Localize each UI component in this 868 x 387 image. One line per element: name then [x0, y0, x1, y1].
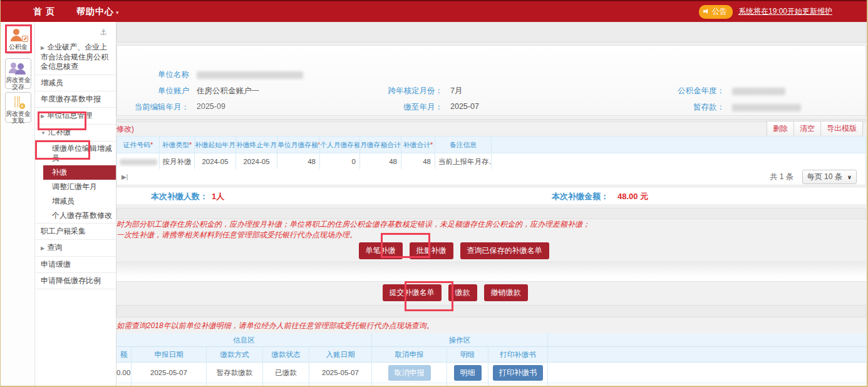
sidebar-item-remit-supplement[interactable]: ▼汇补缴 — [35, 125, 116, 142]
cross-year-value: 7月 — [450, 86, 462, 96]
sidebar-item-enterprise-check[interactable]: ▶企业破产、企业上市合法合规住房公积金信息核查 — [35, 39, 116, 75]
batch-supplement-button[interactable]: 批量补缴 — [410, 242, 453, 259]
paid-to-value: 2025-07 — [450, 102, 479, 111]
unit-name-label: 单位名称 — [117, 70, 189, 80]
unit-name-masked-value — [197, 70, 303, 79]
note-line-2: 一次性补缴，请携带相关材料到任意管理部或受托银行代办点现场办理。 — [116, 230, 866, 240]
amount-label: 本次补缴金额： — [552, 191, 609, 202]
table-row: 0.00 2025-03-14 暂存款缴款 已缴款 2025-03-14 取消申… — [116, 383, 866, 387]
policy-notes: 时为部分职工缴存住房公积金的，应办理按月补缴；单位将职工的住房公积金缴存基数核定… — [116, 219, 866, 240]
announcement-badge: 公告 — [699, 5, 733, 19]
coins-icon: ¥ — [6, 95, 31, 109]
info-zone-header: 信息区 — [116, 333, 372, 347]
sidebar-item-adjust-month[interactable]: 调整汇缴年月 — [35, 180, 116, 194]
sidebar-menu-panel: ⚓ ▶企业破产、企业上市合法合规住房公积金信息核查 增减员 年度缴存基数申报 ▶… — [35, 22, 116, 387]
chevron-down-icon: ▾ — [116, 9, 120, 16]
person-edit-icon — [6, 28, 31, 42]
sidebar-item-add-remove[interactable]: 增减员 — [35, 75, 116, 91]
export-template-button[interactable]: 导出模版 — [820, 121, 863, 137]
clear-button[interactable]: 清空 — [793, 121, 821, 137]
divider-strip — [116, 305, 866, 317]
module-label: 公积金 — [6, 43, 31, 50]
divider-strip — [116, 208, 866, 219]
topbar: 首 页 帮助中心▾ 公告 系统将在19:00开始更新维护 — [1, 0, 867, 22]
cross-year-label: 跨年核定月份： — [336, 86, 443, 96]
module-label: 房改资金 — [6, 110, 31, 117]
main-content: 单位名称 单位账户 住房公积金账户一 跨年核定月份： 7月 公积金年度： 当前编… — [116, 22, 866, 387]
edit-month-label: 当前编辑年月： — [117, 102, 189, 113]
supplement-table-header: 证件号码* 补缴类型* 补缴起始年月* 补缴终止年月* 单位月缴存额* 个人月缴… — [117, 137, 865, 153]
table-toolbar: 删除 清空 导出模版 — [767, 121, 863, 137]
unit-account-label: 单位账户 — [117, 86, 189, 96]
table-row: 0.00 2025-05-07 暂存款缴款 已缴款 2025-05-07 取消申… — [116, 363, 866, 383]
amount-value: 48.00 元 — [617, 191, 648, 202]
section-gradient — [116, 261, 866, 282]
page-size-select[interactable]: 每页 10 条 ∨ — [802, 170, 857, 184]
submit-list-button[interactable]: 提交补缴名单 — [383, 284, 442, 301]
edit-month-value: 2025-09 — [197, 102, 225, 111]
history-group-header: 信息区 操作区 — [116, 333, 866, 347]
module-label: 房改资金 — [6, 76, 31, 83]
history-column-header: 额 申报日期 缴款方式 缴款状态 入账日期 取消申报 明细 打印补缴书 — [116, 347, 866, 363]
speaker-icon — [703, 9, 709, 14]
sidebar-item-personal-base-edit[interactable]: 个人缴存基数修改 — [35, 209, 116, 223]
chevron-down-icon: ▼ — [41, 130, 46, 136]
paid-to-label: 缴至年月： — [336, 102, 443, 113]
summary-row: 本次补缴人数： 1人 本次补缴金额： 48.00 元 — [116, 188, 866, 204]
query-note: 如需查询2018年以前单位补缴明细，请单位经办人前往任意管理部或受托银行代办点现… — [116, 321, 434, 331]
chevron-right-icon: ▶ — [41, 245, 44, 251]
supplement-actions: 单笔补缴 批量补缴 查询已保存的补缴名单 — [79, 242, 829, 259]
sidebar-item-unit-info[interactable]: ▶单位信息管理 — [35, 108, 116, 125]
delete-button[interactable]: 删除 — [767, 121, 794, 137]
count-label: 本次补缴人数： — [151, 191, 208, 202]
print-certificate-button[interactable]: 打印补缴书 — [493, 365, 543, 381]
sidebar-item-annual-base[interactable]: 年度缴存基数申报 — [35, 91, 116, 108]
module-provident-fund[interactable]: 公积金 — [5, 25, 31, 54]
chevron-down-icon: ∨ — [847, 174, 852, 180]
sidebar-item-supplement-selected[interactable]: 补缴 — [43, 165, 116, 180]
module-label: 支取 — [6, 117, 31, 124]
maintenance-notice-link[interactable]: 系统将在19:00开始更新维护 — [738, 6, 832, 17]
divider-strip — [116, 119, 866, 122]
query-saved-list-button[interactable]: 查询已保存的补缴名单 — [460, 242, 549, 259]
sidebar-item-add-remove-sub[interactable]: 增减员 — [35, 194, 116, 209]
single-supplement-button[interactable]: 单笔补缴 — [359, 242, 403, 259]
sidebar-item-deferred-edit[interactable]: 缓缴单位编辑增减员 — [35, 142, 116, 165]
operation-zone-header: 操作区 — [372, 333, 548, 347]
detail-button[interactable]: 明细 — [454, 365, 482, 381]
nav-home[interactable]: 首 页 — [33, 6, 55, 18]
last-page-icon[interactable]: ▶| — [121, 173, 128, 180]
edit-hint-text: 修改) — [116, 124, 134, 135]
sidebar-item-household-collect[interactable]: 职工户籍采集 — [35, 224, 116, 240]
masked-id-cell — [117, 153, 160, 170]
section-header-strip — [116, 22, 866, 43]
count-value: 1人 — [212, 191, 224, 202]
note-line-1: 时为部分职工缴存住房公积金的，应办理按月补缴；单位将职工的住房公积金缴存基数核定… — [116, 219, 866, 230]
module-label: 交存 — [6, 83, 31, 90]
table-row[interactable]: 按月补缴 2024-05 2024-05 48 0 48 48 当前上报年月存… — [117, 153, 865, 170]
module-rail: 公积金 房改资金 交存 ¥ 房改资金 支取 — [1, 22, 35, 387]
chevron-right-icon: ▶ — [41, 113, 44, 119]
module-reform-deposit[interactable]: 房改资金 交存 — [5, 58, 31, 89]
submit-actions: 提交补缴名单 缴款 撤销缴款 — [80, 284, 830, 301]
chevron-right-icon: ▶ — [41, 45, 44, 51]
submenu-remit-supplement: 缓缴单位编辑增减员 补缴 调整汇缴年月 增减员 个人缴存基数修改 — [35, 142, 116, 224]
history-table: 信息区 操作区 额 申报日期 缴款方式 缴款状态 入账日期 取消申报 明细 打印… — [116, 333, 866, 387]
collapse-anchor-icon[interactable]: ⚓ — [100, 28, 107, 37]
unit-info-form: 单位名称 单位账户 住房公积金账户一 跨年核定月份： 7月 公积金年度： 当前编… — [116, 45, 866, 116]
deposit-label: 暂存款： — [637, 102, 725, 113]
housing-fund-page: 首 页 帮助中心▾ 公告 系统将在19:00开始更新维护 公积金 房改资金 — [0, 0, 868, 387]
cancel-declare-button[interactable]: 取消申报 — [388, 365, 431, 381]
cancel-pay-button[interactable]: 撤销缴款 — [484, 284, 528, 301]
people-icon — [6, 61, 31, 75]
deposit-masked-value — [732, 103, 801, 111]
unit-account-value: 住房公积金账户一 — [197, 86, 259, 96]
supplement-table: 证件号码* 补缴类型* 补缴起始年月* 补缴终止年月* 单位月缴存额* 个人月缴… — [116, 136, 866, 170]
pagination-bar: ▶| 共 1 条 每页 10 条 ∨ — [116, 169, 866, 185]
nav-help-center[interactable]: 帮助中心▾ — [76, 6, 120, 18]
module-reform-withdraw[interactable]: ¥ 房改资金 支取 — [5, 92, 31, 123]
total-count: 共 1 条 — [770, 172, 793, 182]
fund-year-label: 公积金年度： — [637, 86, 725, 96]
fund-year-masked-value — [732, 86, 785, 95]
pay-button[interactable]: 缴款 — [448, 284, 477, 301]
